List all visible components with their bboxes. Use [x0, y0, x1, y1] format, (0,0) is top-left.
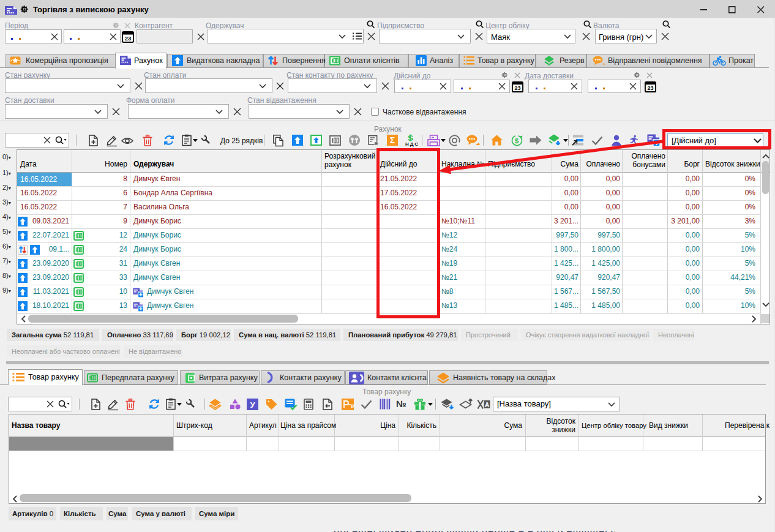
- svg-text:У: У: [250, 400, 255, 410]
- svg-text:НДС: НДС: [405, 141, 418, 147]
- svg-text:23: 23: [125, 35, 132, 42]
- svg-text:23: 23: [514, 85, 520, 91]
- svg-text:$: $: [515, 137, 519, 144]
- svg-text:23: 23: [647, 85, 653, 91]
- svg-text:A: A: [485, 402, 489, 408]
- svg-text:Σ: Σ: [390, 135, 395, 145]
